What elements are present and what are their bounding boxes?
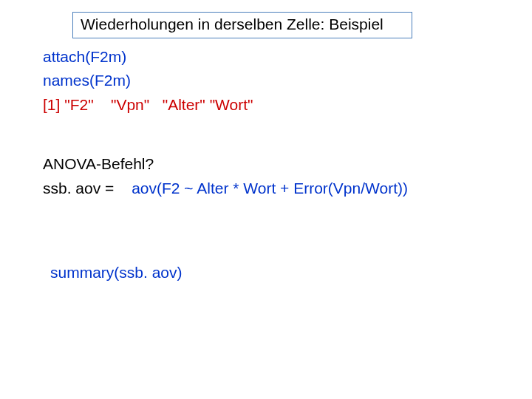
code-attach: attach(F2m) [43,46,517,68]
title-box: Wiederholungen in derselben Zelle: Beisp… [72,12,412,38]
anova-assign-line: ssb. aov = aov(F2 ~ Alter * Wort + Error… [43,177,517,200]
code-summary: summary(ssb. aov) [50,262,517,284]
slide-title: Wiederholungen in derselben Zelle: Beisp… [81,16,383,33]
question-anova: ANOVA-Befehl? [43,153,517,175]
slide: Wiederholungen in derselben Zelle: Beisp… [0,0,532,399]
output-names: [1] "F2" "Vpn" "Alter" "Wort" [43,94,517,116]
spacer [43,117,517,151]
spacer [43,201,517,260]
anova-assign-lhs: ssb. aov = [43,180,118,197]
code-names: names(F2m) [43,69,517,92]
content-area: attach(F2m) names(F2m) [1] "F2" "Vpn" "A… [43,44,517,286]
anova-assign-rhs: aov(F2 ~ Alter * Wort + Error(Vpn/Wort)) [132,180,408,197]
